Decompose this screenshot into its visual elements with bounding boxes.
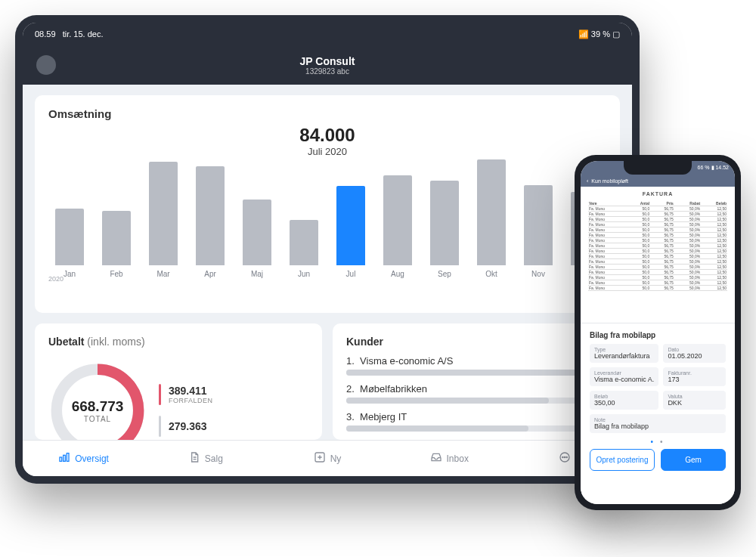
field-currency-value: DKK: [668, 399, 721, 407]
status-date: tir. 15. dec.: [63, 29, 104, 39]
unpaid-title-suffix: (inkl. moms): [84, 336, 144, 348]
chart-bar-label: Apr: [204, 270, 216, 278]
invoice-row: Fa. Mono50,056,7550,0%12,50: [588, 212, 727, 217]
tab-salg[interactable]: Salg: [144, 441, 266, 476]
tab-oversigt[interactable]: Oversigt: [23, 441, 144, 476]
plus-icon: [314, 451, 326, 466]
customer-rank: 1.: [346, 355, 355, 367]
customers-title: Kunder: [346, 336, 606, 348]
tab-ny[interactable]: Ny: [266, 441, 388, 476]
invoice-row: Fa. Mono50,056,7550,0%12,50: [588, 217, 727, 222]
battery-icon: ▢: [612, 29, 620, 39]
field-vendor[interactable]: Leverandør Visma e-conomic A.: [590, 367, 658, 386]
customer-label: Visma e-conomic A/S: [360, 355, 453, 367]
tablet-header: JP Consult 1329823 abc: [23, 45, 632, 85]
phone-top-bar[interactable]: ‹ Kun mobilopløft: [581, 175, 735, 187]
tablet-device: 08.59 tir. 15. dec. 📶 39 % ▢ JP Consult …: [15, 15, 640, 484]
status-time: 08.59: [35, 29, 56, 39]
tab-label: Salg: [205, 453, 223, 464]
chart-bar[interactable]: Jun: [286, 220, 322, 278]
inbox-icon: [430, 451, 442, 466]
tablet-status-bar: 08.59 tir. 15. dec. 📶 39 % ▢: [23, 23, 632, 45]
avatar[interactable]: [36, 55, 56, 75]
invoice-row: Fa. Mono50,056,7550,0%12,50: [588, 233, 727, 238]
save-button[interactable]: Gem: [661, 449, 726, 471]
create-posting-button[interactable]: Opret postering: [590, 449, 655, 471]
chart-bar-label: Maj: [251, 270, 263, 278]
revenue-chart[interactable]: JanFebMarAprMajJunJulAugSepOktNovDec 202…: [48, 165, 606, 301]
invoice-preview[interactable]: FAKTURA VareAntalPrisRabatBeløb Fa. Mono…: [581, 187, 735, 323]
company-name: JP Consult: [300, 55, 355, 67]
tablet-body: Omsætning 84.000 Juli 2020 JanFebMarAprM…: [23, 85, 632, 440]
chart-bar[interactable]: Okt: [473, 159, 510, 278]
field-type[interactable]: Type Leverandørfaktura: [590, 344, 658, 363]
field-invoice-number[interactable]: Fakturanr. 173: [663, 367, 726, 386]
chart-bar[interactable]: Jan: [51, 209, 88, 278]
chart-bar[interactable]: Apr: [192, 166, 228, 278]
unpaid-title: Ubetalt: [48, 336, 84, 348]
invoice-title: FAKTURA: [643, 191, 673, 196]
field-currency[interactable]: Valuta DKK: [663, 391, 726, 410]
tab-inbox[interactable]: Inbox: [389, 441, 510, 476]
svg-rect-4: [67, 453, 70, 462]
field-currency-label: Valuta: [668, 394, 721, 399]
company-subtitle: 1329823 abc: [300, 67, 355, 76]
chart-bar[interactable]: Jul: [333, 186, 369, 278]
customer-row[interactable]: 1. Visma e-conomic A/S: [346, 355, 606, 376]
field-type-value: Leverandørfaktura: [594, 352, 654, 360]
status-battery: 39 %: [591, 29, 610, 39]
phone-screen: 66 % ▮ 14.52 ‹ Kun mobilopløft FAKTURA V…: [581, 161, 735, 504]
field-note-value: Bilag fra mobilapp: [594, 422, 721, 430]
chart-bar-label: Sep: [438, 270, 451, 278]
tab-bar: OversigtSalgNyInboxM: [23, 440, 632, 476]
unpaid-total: 668.773: [72, 398, 124, 415]
field-amount[interactable]: Beløb 350,00: [590, 391, 658, 410]
customer-rank: 3.: [346, 411, 355, 422]
customer-label: Mebjerg IT: [360, 411, 407, 422]
unpaid-donut: 668.773 TOTAL: [48, 361, 147, 440]
invoice-row: Fa. Mono50,056,7550,0%12,50: [588, 222, 727, 227]
svg-rect-3: [64, 455, 66, 461]
invoice-row: Fa. Mono50,056,7550,0%12,50: [588, 286, 727, 291]
svg-point-9: [566, 456, 567, 457]
revenue-highlight-period: Juli 2020: [48, 146, 606, 157]
unpaid-card: Ubetalt (inkl. moms) 668.773 TOTAL: [35, 323, 322, 440]
customer-label: Møbelfabrikken: [360, 383, 427, 395]
field-type-label: Type: [594, 347, 654, 352]
chart-bar-label: Okt: [485, 270, 497, 278]
field-amount-label: Beløb: [594, 394, 654, 399]
customer-bar: 205.000: [346, 425, 606, 432]
more-icon: [559, 451, 571, 466]
chart-bar-label: Mar: [156, 270, 169, 278]
customer-row[interactable]: 3. Mebjerg IT205.000: [346, 411, 606, 432]
revenue-highlight-value: 84.000: [48, 125, 606, 146]
chart-bar[interactable]: Sep: [426, 181, 463, 279]
chart-bar[interactable]: Mar: [145, 162, 181, 279]
invoice-row: Fa. Mono50,056,7550,0%12,50: [588, 280, 727, 286]
invoice-row: Fa. Mono50,056,7550,0%12,50: [588, 270, 727, 275]
invoice-row: Fa. Mono50,056,7550,0%12,50: [588, 206, 727, 212]
invoice-row: Fa. Mono50,056,7550,0%12,50: [588, 265, 727, 270]
battery-icon: ▮: [711, 165, 714, 170]
document-icon: [188, 451, 200, 466]
page-dots: • •: [590, 438, 726, 446]
chart-bar[interactable]: Maj: [239, 200, 275, 279]
wifi-icon: 📶: [578, 29, 589, 39]
field-date[interactable]: Dato 01.05.2020: [663, 344, 726, 363]
field-note[interactable]: Note Bilag fra mobilapp: [590, 414, 726, 433]
back-icon[interactable]: ‹: [587, 178, 588, 184]
tab-label: Oversigt: [75, 453, 109, 464]
chart-bar[interactable]: Feb: [98, 211, 135, 279]
bars-icon: [58, 451, 70, 466]
customer-row[interactable]: 2. Møbelfabrikken225.: [346, 383, 606, 404]
overdue-value: 389.411: [169, 385, 213, 397]
invoice-row: Fa. Mono50,056,7550,0%12,50: [588, 238, 727, 243]
attachment-form: Bilag fra mobilapp Type Leverandørfaktur…: [581, 323, 735, 504]
tab-label: Ny: [330, 453, 342, 464]
chart-bar-label: Jul: [346, 270, 356, 278]
chart-bar-label: Aug: [391, 270, 404, 278]
chart-bar[interactable]: Nov: [520, 185, 556, 278]
form-section-title: Bilag fra mobilapp: [590, 331, 726, 339]
field-invoice-number-label: Fakturanr.: [668, 370, 721, 376]
chart-bar[interactable]: Aug: [380, 175, 416, 278]
